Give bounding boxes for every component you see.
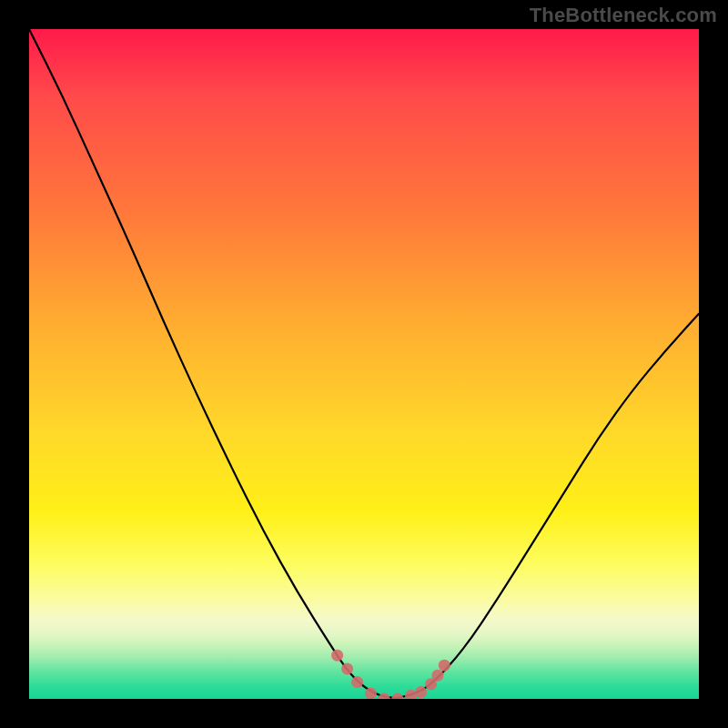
marker-group (331, 650, 450, 699)
highlight-dot (379, 693, 390, 700)
highlight-dot (365, 688, 377, 699)
highlight-dot (331, 650, 343, 662)
highlight-dot (351, 676, 363, 688)
curve-overlay (29, 29, 699, 699)
highlight-dot (415, 686, 427, 698)
plot-area (29, 29, 699, 699)
main-curve (29, 29, 699, 698)
highlight-dot (341, 662, 353, 674)
highlight-dot (439, 660, 450, 672)
highlight-dot (432, 670, 444, 682)
chart-frame: TheBottleneck.com (0, 0, 728, 728)
watermark-text: TheBottleneck.com (530, 4, 717, 27)
highlight-dot (391, 693, 403, 700)
highlight-dot (405, 690, 417, 699)
